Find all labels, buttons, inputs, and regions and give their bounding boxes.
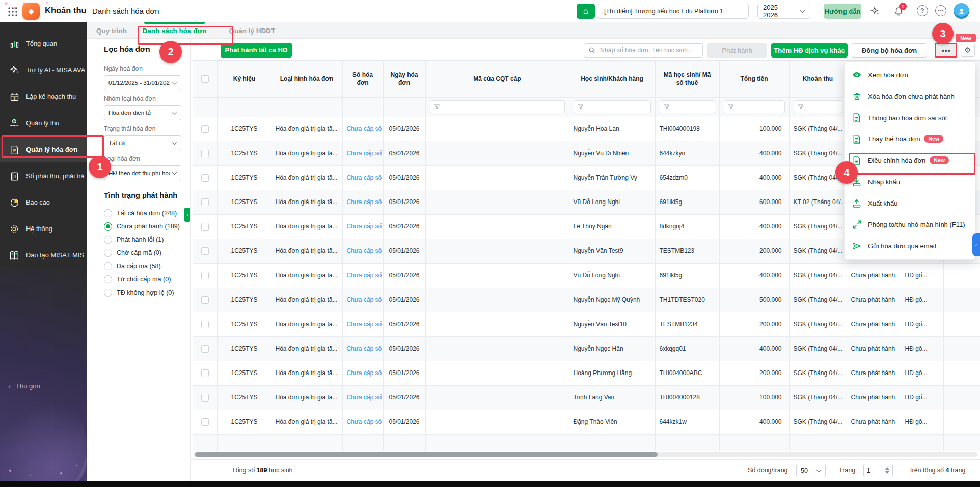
- invoice-number-link[interactable]: Chưa cấp số: [342, 263, 383, 288]
- column-filter-input[interactable]: [724, 100, 785, 113]
- column-filter-input[interactable]: [794, 100, 842, 113]
- sidebar-item-book[interactable]: Đào tạo MISA EMIS: [0, 243, 87, 268]
- horizontal-scrollbar[interactable]: [194, 452, 977, 457]
- issue-status-radio[interactable]: Đã cấp mã (58): [104, 260, 180, 273]
- filter-select-value: HĐ theo đợt thu phí học sinh: [108, 169, 170, 176]
- row-checkbox[interactable]: [201, 418, 209, 426]
- sidebar-item-hand-dollar[interactable]: $Quản lý thu: [0, 110, 87, 136]
- more-actions-button[interactable]: •••: [936, 44, 957, 57]
- sidebar-item-invoice[interactable]: Quản lý hóa đơn: [0, 137, 87, 162]
- column-filter-input[interactable]: [574, 100, 651, 113]
- invoice-number-link[interactable]: Chưa cấp số: [342, 190, 383, 214]
- menu-item-5[interactable]: Điều chỉnh hóa đơnNew: [845, 150, 975, 171]
- invoice-number-link[interactable]: Chưa cấp số: [342, 214, 383, 239]
- tab-2[interactable]: Danh sách hóa đơn: [135, 22, 214, 39]
- row-checkbox[interactable]: [201, 174, 209, 182]
- invoice-number-link[interactable]: Chưa cấp số: [342, 117, 383, 141]
- invoice-number-link[interactable]: Chưa cấp số: [342, 288, 383, 312]
- app-logo-icon[interactable]: ◆: [22, 3, 40, 20]
- invoice-number-link[interactable]: Chưa cấp số: [342, 239, 383, 263]
- menu-item-8[interactable]: Phóng to/thu nhỏ màn hình (F11): [845, 214, 975, 235]
- school-selector[interactable]: [Thí điểm] Trường tiểu học Edu Platform …: [598, 4, 749, 19]
- column-filter-input[interactable]: [430, 100, 565, 113]
- menu-item-4[interactable]: Thay thế hóa đơnNew: [845, 128, 975, 150]
- invoice-number-link[interactable]: Chưa cấp số: [342, 336, 383, 361]
- invoice-number-link[interactable]: Chưa cấp số: [342, 165, 383, 190]
- svg-text:$: $: [13, 96, 15, 100]
- invoice-search[interactable]: [584, 43, 703, 58]
- page-number-input[interactable]: 1: [863, 464, 893, 477]
- spinner-down-icon[interactable]: [885, 471, 889, 474]
- row-checkbox[interactable]: [201, 125, 209, 133]
- home-icon[interactable]: ⌂: [577, 4, 595, 19]
- sidebar-item-bar-chart[interactable]: Tổng quan: [0, 31, 87, 56]
- menu-item-6[interactable]: Nhập khẩu: [845, 171, 975, 192]
- row-checkbox[interactable]: [201, 321, 209, 328]
- school-year-select[interactable]: 2025 - 2026: [757, 4, 810, 19]
- issue-all-invoices-button[interactable]: Phát hành tất cả HĐ: [221, 43, 292, 58]
- issue-status-radio[interactable]: TĐ không hợp lệ (0): [104, 286, 180, 299]
- menu-item-9[interactable]: Gửi hóa đơn qua email: [845, 235, 975, 256]
- issue-status-radio[interactable]: Từ chối cấp mã (0): [104, 273, 180, 286]
- tab-3[interactable]: Quản lý HĐĐT: [219, 22, 285, 39]
- menu-item-1[interactable]: Xem hóa đơn: [845, 64, 975, 85]
- more-options-icon[interactable]: ⋯: [935, 5, 946, 16]
- cell: 05/01/2026: [383, 385, 425, 410]
- side-drawer-handle[interactable]: ‹: [972, 233, 980, 256]
- pagination-footer: Tổng số 189 học sinh Số dòng/trang 50 Tr…: [191, 459, 980, 481]
- issue-status-radio[interactable]: Chưa phát hành (189): [104, 220, 180, 233]
- avatar[interactable]: [954, 3, 969, 19]
- spinner-up-icon[interactable]: [885, 467, 889, 470]
- column-filter-input[interactable]: [660, 100, 715, 113]
- row-checkbox[interactable]: [201, 150, 209, 157]
- invoice-number-link[interactable]: Chưa cấp số: [342, 385, 383, 410]
- sync-invoices-button[interactable]: Đồng bộ hóa đơn: [852, 43, 927, 58]
- issue-status-radio[interactable]: Tất cả hóa đơn (248): [104, 207, 180, 220]
- menu-item-3[interactable]: Thông báo hóa đơn sai sót: [845, 107, 975, 128]
- sidebar-item-calendar-dollar[interactable]: $Lập kế hoạch thu: [0, 84, 87, 109]
- filter-select-4[interactable]: HĐ theo đợt thu phí học sinh: [104, 165, 181, 180]
- filter-select-1[interactable]: 01/12/2025 - 31/01/2026: [104, 75, 181, 90]
- filter-select-2[interactable]: Hóa đơn điện tử: [104, 105, 181, 120]
- menu-item-2[interactable]: Xóa hóa đơn chưa phát hành: [845, 85, 975, 107]
- invoice-number-link[interactable]: Chưa cấp số: [342, 141, 383, 165]
- issue-status-radio[interactable]: Chờ cấp mã (0): [104, 246, 180, 260]
- add-service-invoice-button[interactable]: Thêm HĐ dịch vụ khác: [771, 43, 848, 58]
- sidebar-item-pie-chart[interactable]: Báo cáo: [0, 190, 87, 215]
- scrollbar-thumb[interactable]: [195, 452, 658, 457]
- row-checkbox[interactable]: [201, 296, 209, 304]
- row-checkbox[interactable]: [201, 198, 209, 206]
- row-checkbox[interactable]: [201, 272, 209, 279]
- issue-button[interactable]: Phát hành: [707, 43, 767, 58]
- sidebar-item-ledger[interactable]: $Sổ phải thu, phải trả: [0, 163, 87, 189]
- issue-status-radio[interactable]: Phát hành lỗi (1): [104, 233, 180, 246]
- row-checkbox[interactable]: [201, 247, 209, 255]
- filter-select-3[interactable]: Tất cả: [104, 135, 181, 150]
- invoice-number-link[interactable]: Chưa cấp số: [342, 312, 383, 336]
- menu-item-7[interactable]: Xuất khẩu: [845, 192, 975, 214]
- invoice-number-link[interactable]: Chưa cấp số: [342, 410, 383, 434]
- row-checkbox[interactable]: [201, 369, 209, 377]
- sidebar-item-sparkles[interactable]: Trợ lý AI - MISA AVA: [0, 58, 87, 83]
- apps-grid-icon[interactable]: [7, 6, 18, 17]
- pages-total-text: trên tổng số 4 trang: [910, 467, 965, 474]
- table-settings-gear-icon[interactable]: ⚙: [961, 44, 975, 57]
- sidebar-collapse-button[interactable]: ‹Thu gọn: [8, 382, 40, 390]
- guide-button[interactable]: Hướng dẫn: [824, 4, 861, 19]
- bell-icon[interactable]: 1: [892, 5, 905, 17]
- sparkles-icon[interactable]: [868, 5, 881, 17]
- help-icon[interactable]: ?: [917, 5, 928, 16]
- menu-item-label: Thông báo hóa đơn sai sót: [868, 114, 947, 122]
- row-checkbox[interactable]: [201, 345, 209, 353]
- sidebar-item-gear[interactable]: Hệ thống: [0, 216, 87, 242]
- select-all-checkbox[interactable]: [201, 75, 209, 83]
- app-window: ◆ Khoản thu Danh sách hóa đơn ⌂ [Thí điể…: [0, 0, 980, 487]
- row-checkbox[interactable]: [201, 223, 209, 231]
- cell: Nguyễn Văn Test10: [569, 312, 655, 336]
- filter-collapse-handle[interactable]: ‹: [184, 208, 190, 222]
- invoice-number-link[interactable]: Chưa cấp số: [342, 361, 383, 385]
- tab-1[interactable]: Quy trình: [93, 22, 130, 39]
- row-checkbox[interactable]: [201, 394, 209, 402]
- search-input[interactable]: [599, 46, 698, 54]
- rows-per-page-select[interactable]: 50: [796, 464, 826, 477]
